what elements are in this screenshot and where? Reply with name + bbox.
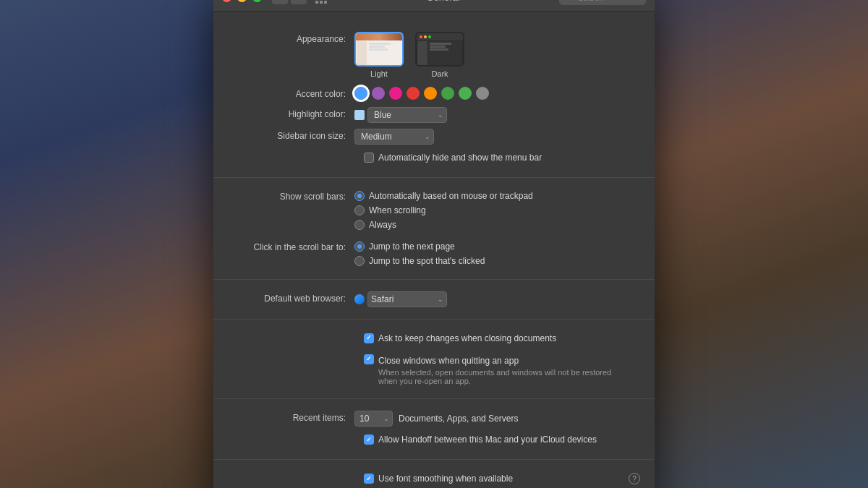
accent-green[interactable]	[459, 87, 472, 100]
click-scroll-bar-row: Click in the scroll bar to: Jump to the …	[213, 237, 655, 270]
back-button[interactable]: ‹	[272, 0, 288, 4]
close-button[interactable]	[222, 0, 231, 2]
recent-items-select[interactable]: 5 10 15 20 30 50 None	[354, 411, 393, 427]
browser-section: Default web browser: Safari Chrome Firef…	[213, 288, 655, 320]
accent-color-label: Accent color:	[228, 87, 354, 100]
recent-items-label: Recent items:	[228, 411, 354, 424]
accent-purple[interactable]	[372, 87, 385, 100]
window-title: General	[333, 0, 553, 3]
appearance-options: Light	[354, 32, 640, 78]
allow-handoff-box[interactable]	[364, 435, 374, 445]
recent-items-content: 5 10 15 20 30 50 None ⌄ Documents, Apps,…	[354, 411, 640, 427]
default-browser-select[interactable]: Safari Chrome Firefox	[367, 291, 447, 307]
sidebar-icon-size-label: Sidebar icon size:	[228, 129, 354, 142]
default-browser-label: Default web browser:	[228, 291, 354, 305]
click-scroll-bar-label: Click in the scroll bar to:	[228, 240, 354, 254]
accent-blue[interactable]	[354, 87, 367, 100]
appearance-light-option[interactable]: Light	[354, 32, 404, 78]
maximize-button[interactable]	[252, 0, 262, 2]
default-browser-content: Safari Chrome Firefox ⌄	[354, 291, 640, 307]
show-scroll-bars-row: Show scroll bars: Automatically based on…	[213, 187, 655, 234]
font-smoothing-label: Use font smoothing when available	[378, 473, 513, 485]
close-windows-box[interactable]	[364, 354, 374, 364]
scroll-always-circle[interactable]	[354, 220, 365, 230]
click-scroll-bar-options: Jump to the next page Jump to the spot t…	[354, 240, 640, 267]
allow-handoff-row: Allow Handoff between this Mac and your …	[213, 429, 655, 450]
show-scroll-bars-label: Show scroll bars:	[228, 189, 354, 203]
minimize-button[interactable]	[237, 0, 247, 2]
click-spot-circle[interactable]	[354, 256, 365, 266]
grid-view-button[interactable]	[315, 0, 327, 4]
ask-keep-changes-label: Ask to keep changes when closing documen…	[378, 333, 556, 345]
highlight-color-select-wrapper: Blue Purple Pink Red Orange Yellow Green…	[354, 107, 447, 123]
grid-dot	[324, 1, 327, 4]
auto-hide-menu-bar-row: Automatically hide and show the menu bar	[213, 147, 655, 168]
dark-label: Dark	[431, 69, 448, 78]
accent-pink[interactable]	[389, 87, 402, 100]
search-box[interactable]: 🔍 Search	[559, 0, 646, 5]
scroll-auto-radio[interactable]: Automatically based on mouse or trackpad	[354, 189, 640, 202]
recent-items-row: Recent items: 5 10 15 20 30 50 None ⌄	[213, 408, 655, 429]
light-thumb	[354, 32, 404, 67]
accent-red[interactable]	[407, 87, 420, 100]
grid-dot	[315, 1, 318, 4]
show-scroll-bars-options: Automatically based on mouse or trackpad…	[354, 189, 640, 231]
font-smoothing-row: Use font smoothing when available ?	[213, 468, 655, 488]
scroll-section: Show scroll bars: Automatically based on…	[213, 187, 655, 280]
search-icon: 🔍	[565, 0, 575, 2]
appearance-row: Appearance:	[213, 23, 655, 84]
close-windows-sub: When selected, open documents and window…	[378, 368, 611, 385]
close-windows-row: Close windows when quitting an app When …	[213, 349, 655, 390]
auto-hide-menu-bar-box[interactable]	[364, 153, 374, 163]
allow-handoff-checkbox[interactable]: Allow Handoff between this Mac and your …	[364, 432, 597, 448]
sidebar-icon-size-select[interactable]: Small Medium Large	[354, 129, 434, 145]
click-spot-label: Jump to the spot that's clicked	[369, 256, 485, 266]
accent-color-options	[354, 87, 640, 100]
safari-icon	[354, 294, 365, 304]
font-smoothing-help[interactable]: ?	[629, 473, 640, 484]
close-windows-checkbox[interactable]: Close windows when quitting an app When …	[364, 352, 611, 388]
highlight-color-select[interactable]: Blue Purple Pink Red Orange Yellow Green…	[367, 107, 447, 123]
scroll-auto-label: Automatically based on mouse or trackpad	[369, 191, 533, 201]
auto-hide-menu-bar-label: Automatically hide and show the menu bar	[378, 152, 542, 164]
ask-keep-changes-checkbox[interactable]: Ask to keep changes when closing documen…	[364, 331, 556, 346]
ask-keep-changes-row: Ask to keep changes when closing documen…	[213, 328, 655, 349]
titlebar: ‹ › General 🔍 Search	[213, 0, 655, 12]
scroll-always-radio[interactable]: Always	[354, 218, 640, 231]
appearance-label: Appearance:	[228, 32, 354, 46]
font-smoothing-checkbox[interactable]: Use font smoothing when available ?	[364, 471, 640, 487]
appearance-section: Appearance:	[213, 23, 655, 178]
sidebar-icon-size-wrapper: Small Medium Large ⌄	[354, 129, 434, 145]
accent-orange[interactable]	[424, 87, 437, 100]
light-label: Light	[370, 69, 388, 78]
nav-buttons: ‹ ›	[272, 0, 307, 4]
scroll-auto-circle[interactable]	[354, 191, 365, 201]
click-next-page-label: Jump to the next page	[369, 241, 455, 252]
auto-hide-menu-bar-checkbox[interactable]: Automatically hide and show the menu bar	[364, 150, 542, 166]
scroll-always-label: Always	[369, 220, 396, 230]
appearance-dark-option[interactable]: Dark	[415, 32, 464, 78]
click-next-page-circle[interactable]	[354, 241, 365, 252]
click-next-page-radio[interactable]: Jump to the next page	[354, 240, 640, 253]
accent-yellow[interactable]	[441, 87, 454, 100]
settings-content: Appearance:	[213, 12, 655, 488]
close-windows-label: Close windows when quitting an app	[378, 356, 519, 366]
scroll-scrolling-radio[interactable]: When scrolling	[354, 204, 640, 217]
ask-keep-changes-box[interactable]	[364, 333, 374, 343]
default-browser-wrapper: Safari Chrome Firefox ⌄	[354, 291, 447, 307]
highlight-color-label: Highlight color:	[228, 107, 354, 121]
system-preferences-window: ‹ › General 🔍 Search	[213, 0, 655, 488]
grid-dot	[320, 1, 323, 4]
click-spot-radio[interactable]: Jump to the spot that's clicked	[354, 254, 640, 267]
font-smoothing-box[interactable]	[364, 474, 374, 484]
recent-items-suffix: Documents, Apps, and Servers	[399, 414, 518, 424]
sidebar-icon-size-content: Small Medium Large ⌄	[354, 129, 640, 145]
scroll-scrolling-label: When scrolling	[369, 205, 426, 215]
accent-color-row: Accent color:	[213, 84, 655, 104]
highlight-color-row: Highlight color: Blue Purple Pink Red Or…	[213, 104, 655, 126]
scroll-scrolling-circle[interactable]	[354, 205, 365, 215]
dark-thumb	[415, 32, 464, 67]
recent-section: Recent items: 5 10 15 20 30 50 None ⌄	[213, 408, 655, 460]
accent-graphite[interactable]	[476, 87, 489, 100]
forward-button[interactable]: ›	[291, 0, 307, 4]
